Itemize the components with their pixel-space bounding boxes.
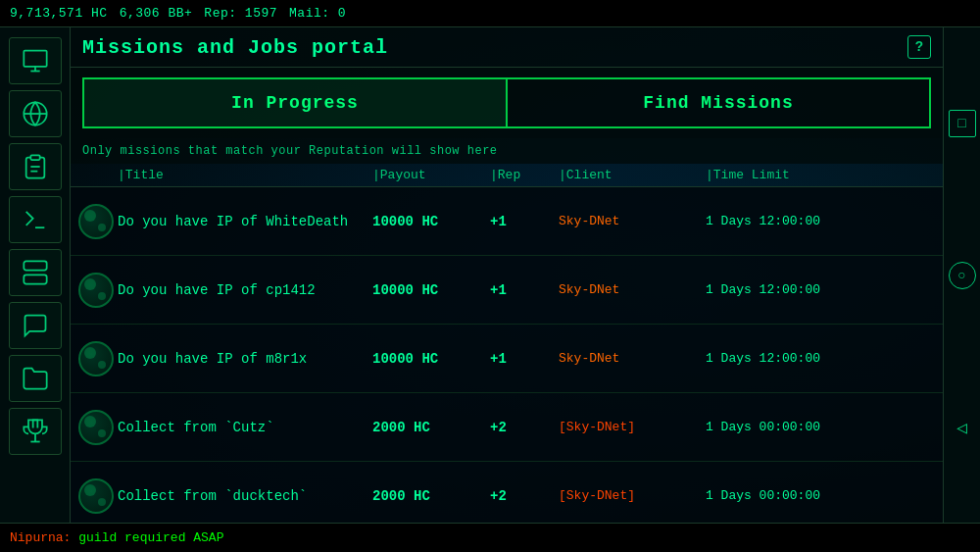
sidebar-item-clipboard[interactable] xyxy=(9,143,62,190)
server-icon xyxy=(22,259,49,286)
message-text: guild required ASAP xyxy=(71,530,223,545)
mission-client-1: Sky-DNet xyxy=(559,214,706,228)
mission-payout-2: 10000 HC xyxy=(372,282,490,298)
mission-payout-3: 10000 HC xyxy=(372,351,490,367)
header-timelimit: |Time Limit xyxy=(706,168,862,182)
sidebar-item-globe[interactable] xyxy=(9,90,62,137)
bottom-message: Nipurna: guild required ASAP xyxy=(10,530,223,545)
header-payout: |Payout xyxy=(372,168,490,182)
bb-balance: 6,306 BB+ xyxy=(120,6,193,21)
triangle-button[interactable]: ◁ xyxy=(949,414,976,441)
mission-row[interactable]: Collect from `ducktech` 2000 HC +2 [Sky-… xyxy=(71,462,943,523)
mission-payout-5: 2000 HC xyxy=(372,488,490,504)
svg-rect-5 xyxy=(30,155,39,160)
header-title: |Title xyxy=(118,168,372,182)
mission-client-5: [Sky-DNet] xyxy=(559,488,706,503)
hc-balance: 9,713,571 HC xyxy=(10,6,108,21)
portal-title: Missions and Jobs portal xyxy=(82,36,907,59)
mission-payout-4: 2000 HC xyxy=(372,420,490,435)
tab-find-missions[interactable]: Find Missions xyxy=(506,77,931,128)
mission-row[interactable]: Do you have IP of cp1412 10000 HC +1 Sky… xyxy=(71,256,943,325)
tab-in-progress[interactable]: In Progress xyxy=(82,77,506,128)
sidebar-item-chat[interactable] xyxy=(9,302,62,349)
portal-header: Missions and Jobs portal ? xyxy=(71,27,943,68)
mission-title-5: Collect from `ducktech` xyxy=(118,488,372,504)
svg-rect-0 xyxy=(24,51,46,67)
right-sidebar: □ ○ ◁ xyxy=(943,27,980,523)
mission-time-1: 1 Days 12:00:00 xyxy=(706,214,862,228)
mission-icon-4 xyxy=(78,410,118,445)
mission-payout-1: 10000 HC xyxy=(372,214,490,229)
mission-title-2: Do you have IP of cp1412 xyxy=(118,282,372,298)
mission-row[interactable]: Do you have IP of m8r1x 10000 HC +1 Sky-… xyxy=(71,325,943,393)
mission-icon-2 xyxy=(78,273,118,308)
mission-time-4: 1 Days 00:00:00 xyxy=(706,420,862,434)
rep-value: Rep: 1597 xyxy=(204,6,277,21)
message-sender: Nipurna: xyxy=(10,530,71,545)
mission-time-5: 1 Days 00:00:00 xyxy=(706,488,862,503)
mission-time-3: 1 Days 12:00:00 xyxy=(706,351,862,366)
mission-row[interactable]: Collect from `Cutz` 2000 HC +2 [Sky-DNet… xyxy=(71,393,943,462)
header-icon xyxy=(78,168,118,182)
help-button[interactable]: ? xyxy=(907,35,931,59)
sidebar-item-monitor[interactable] xyxy=(9,37,62,84)
mission-rep-2: +1 xyxy=(490,282,559,298)
sidebar-item-trophy[interactable] xyxy=(9,408,62,455)
mission-title-4: Collect from `Cutz` xyxy=(118,420,372,435)
mission-time-2: 1 Days 12:00:00 xyxy=(706,282,862,297)
monitor-icon xyxy=(22,47,49,75)
left-sidebar xyxy=(0,27,71,523)
mission-client-4: [Sky-DNet] xyxy=(559,420,706,434)
top-status-bar: 9,713,571 HC 6,306 BB+ Rep: 1597 Mail: 0 xyxy=(0,0,980,27)
bottom-bar: Nipurna: guild required ASAP xyxy=(0,523,980,552)
sidebar-item-terminal[interactable] xyxy=(9,196,62,243)
trophy-icon xyxy=(22,418,49,445)
mission-title-3: Do you have IP of m8r1x xyxy=(118,351,372,367)
mission-icon-1 xyxy=(78,204,118,239)
mission-notice: Only missions that match your Reputation… xyxy=(71,138,943,164)
mission-title-1: Do you have IP of WhiteDeath xyxy=(118,214,372,229)
sidebar-item-server[interactable] xyxy=(9,249,62,296)
header-rep: |Rep xyxy=(490,168,559,182)
mission-rep-5: +2 xyxy=(490,488,559,504)
mission-rep-4: +2 xyxy=(490,420,559,435)
folder-icon xyxy=(22,365,49,392)
main-content: Missions and Jobs portal ? In Progress F… xyxy=(71,27,943,523)
mission-icon-3 xyxy=(78,341,118,376)
circle-button[interactable]: ○ xyxy=(949,262,976,289)
mission-rep-1: +1 xyxy=(490,214,559,229)
clipboard-icon xyxy=(22,153,49,180)
square-button[interactable]: □ xyxy=(949,110,976,137)
globe-icon xyxy=(22,100,49,127)
sidebar-item-folder[interactable] xyxy=(9,355,62,402)
table-header: |Title |Payout |Rep |Client |Time Limit xyxy=(71,164,943,187)
chat-icon xyxy=(22,312,49,339)
terminal-icon xyxy=(22,206,49,233)
mission-row[interactable]: Do you have IP of WhiteDeath 10000 HC +1… xyxy=(71,187,943,256)
svg-rect-10 xyxy=(24,275,46,283)
header-client: |Client xyxy=(559,168,706,182)
mission-table: Do you have IP of WhiteDeath 10000 HC +1… xyxy=(71,187,943,523)
tab-bar: In Progress Find Missions xyxy=(71,68,943,138)
mail-count: Mail: 0 xyxy=(289,6,346,21)
svg-rect-9 xyxy=(24,261,46,270)
mission-rep-3: +1 xyxy=(490,351,559,367)
mission-client-2: Sky-DNet xyxy=(559,282,706,297)
mission-icon-5 xyxy=(78,478,118,514)
mission-client-3: Sky-DNet xyxy=(559,351,706,366)
